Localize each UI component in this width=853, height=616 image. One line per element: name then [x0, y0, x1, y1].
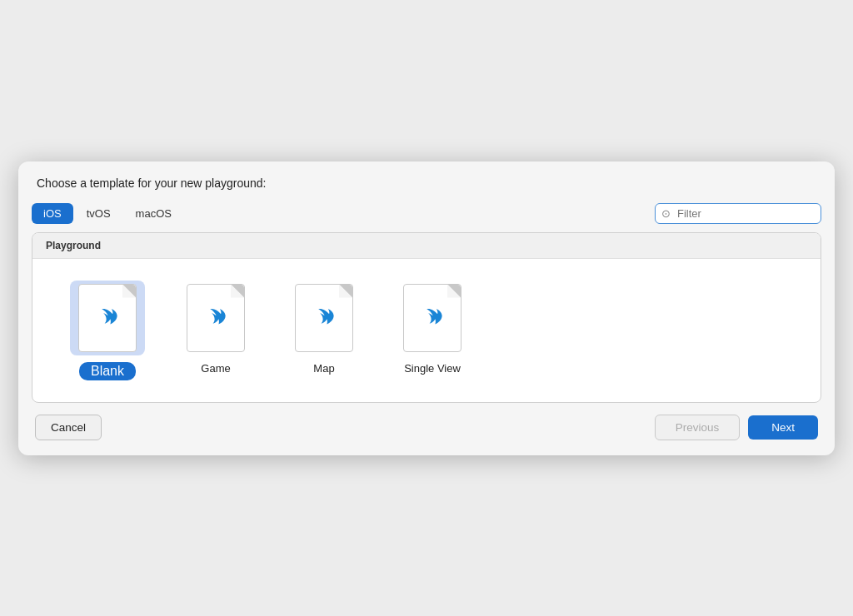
tab-macos[interactable]: macOS [124, 203, 183, 224]
content-area: Playground Blank [32, 232, 821, 403]
template-game-icon-wrapper [178, 281, 253, 355]
templates-grid: Blank Game [32, 259, 821, 402]
previous-button[interactable]: Previous [655, 415, 741, 440]
template-single-view-icon-wrapper [395, 281, 470, 355]
swift-logo-blank [93, 304, 122, 332]
cancel-button[interactable]: Cancel [35, 415, 102, 440]
section-header: Playground [32, 233, 821, 259]
filter-wrapper: ⊙ [655, 203, 821, 224]
template-game[interactable]: Game [166, 276, 266, 385]
template-map[interactable]: Map [274, 276, 374, 385]
file-icon-single-view [403, 284, 461, 352]
footer: Cancel Previous Next [18, 403, 835, 455]
template-single-view[interactable]: Single View [382, 276, 482, 385]
swift-logo-game [202, 304, 230, 332]
file-icon-blank [78, 284, 137, 352]
swift-logo-map [310, 304, 338, 332]
template-single-view-label: Single View [404, 362, 461, 375]
next-button[interactable]: Next [748, 415, 818, 440]
swift-logo-single-view [418, 304, 446, 332]
tab-tvos[interactable]: tvOS [75, 203, 122, 224]
template-map-label: Map [313, 362, 334, 375]
template-blank-label: Blank [79, 362, 136, 380]
file-icon-map [295, 284, 353, 352]
tab-bar: iOS tvOS macOS ⊙ [18, 198, 835, 224]
tab-ios[interactable]: iOS [32, 203, 73, 224]
file-icon-game [187, 284, 245, 352]
template-map-icon-wrapper [287, 281, 362, 355]
filter-input[interactable] [655, 203, 821, 224]
dialog-title: Choose a template for your new playgroun… [18, 161, 835, 198]
template-dialog: Choose a template for your new playgroun… [18, 161, 835, 455]
template-game-label: Game [201, 362, 230, 375]
template-blank[interactable]: Blank [57, 276, 157, 385]
template-blank-icon-wrapper [70, 281, 145, 355]
